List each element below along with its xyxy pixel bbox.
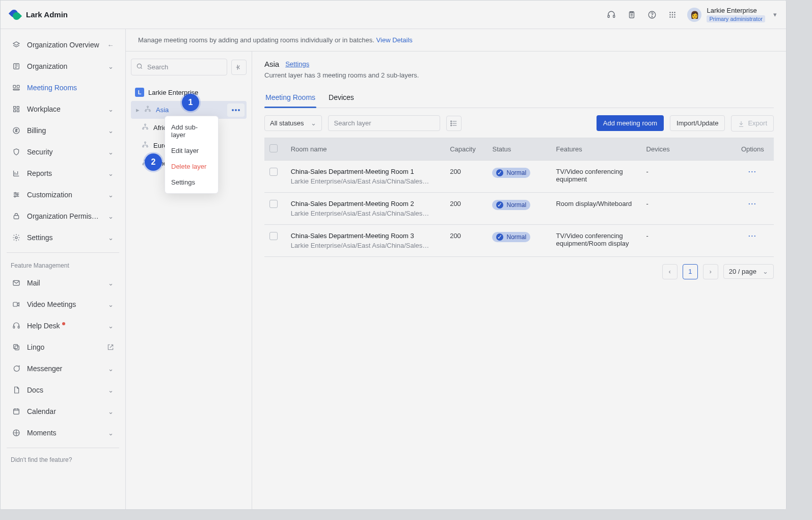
tree-collapse-btn[interactable] <box>231 60 247 75</box>
org-badge: L <box>135 88 144 97</box>
chevron-down-icon: ⌄ <box>106 148 115 156</box>
nav-meeting-rooms[interactable]: Meeting Rooms <box>5 77 121 98</box>
nav-customization[interactable]: Customization ⌄ <box>5 184 121 205</box>
import-update-button[interactable]: Import/Update <box>670 115 725 131</box>
brand-mark <box>10 9 21 20</box>
nav-organization[interactable]: Organization ⌄ <box>5 56 121 77</box>
table-row: China-Sales Department-Meeting Room 2Lar… <box>264 193 774 225</box>
export-button[interactable]: Export <box>731 115 774 132</box>
search-icon <box>136 63 143 71</box>
nav-billing[interactable]: Billing ⌄ <box>5 120 121 141</box>
layer-icon <box>144 105 152 115</box>
list-view-btn[interactable] <box>446 116 462 131</box>
chevron-down-icon: ⌄ <box>106 365 115 373</box>
nav-lingo[interactable]: Lingo <box>5 336 121 358</box>
user-block[interactable]: 👩 Larkie Enterprise Primary administrato… <box>687 7 777 22</box>
row-checkbox[interactable] <box>269 232 278 240</box>
add-room-button[interactable]: Add meeting room <box>597 115 664 131</box>
page-desc: Current layer has 3 meeting rooms and 2 … <box>264 71 774 79</box>
callout-2: 2 <box>145 153 162 171</box>
search-layer-input[interactable]: Search layer <box>328 115 440 131</box>
nav-video-meetings[interactable]: Video Meetings⌄ <box>5 294 121 315</box>
app-frame: Lark Admin 👩 Larkie Enterprise Primary a… <box>0 0 787 510</box>
topbar: Lark Admin 👩 Larkie Enterprise Primary a… <box>1 1 786 29</box>
tab-meeting-rooms[interactable]: Meeting Rooms <box>264 87 316 108</box>
prev-page[interactable]: ‹ <box>662 264 678 279</box>
svg-rect-31 <box>18 326 19 328</box>
row-checkbox[interactable] <box>269 200 278 208</box>
nav-org-overview[interactable]: Organization Overview ← <box>5 34 121 56</box>
next-page[interactable]: › <box>703 264 718 279</box>
nav-help-desk[interactable]: Help Desk⌄ <box>5 315 121 336</box>
rooms-icon <box>11 82 22 93</box>
svg-point-27 <box>15 237 17 239</box>
svg-rect-18 <box>14 107 16 109</box>
row-more-icon[interactable]: ··· <box>748 168 757 175</box>
menu-settings[interactable]: Settings <box>165 174 218 190</box>
rooms-table: Room name Capacity Status Features Devic… <box>264 138 774 257</box>
chart-icon <box>11 168 22 179</box>
nav-reports[interactable]: Reports ⌄ <box>5 163 121 184</box>
help-icon[interactable] <box>646 9 658 20</box>
nav-permissions[interactable]: Organization Permis… ⌄ <box>5 205 121 227</box>
svg-point-13 <box>674 16 675 17</box>
view-details-link[interactable]: View Details <box>376 36 413 44</box>
svg-point-12 <box>672 16 673 17</box>
didnt-find[interactable]: Didn't find the feature? <box>5 452 121 467</box>
nav-moments[interactable]: Moments⌄ <box>5 422 121 444</box>
tree-more-btn[interactable] <box>227 103 245 117</box>
nav-workplace[interactable]: Workplace ⌄ <box>5 98 121 120</box>
chevron-down-icon: ⌄ <box>106 386 115 394</box>
row-more-icon[interactable]: ··· <box>748 200 757 207</box>
chevron-down-icon: ⌄ <box>106 322 115 330</box>
chevron-down-icon: ⌄ <box>106 301 115 308</box>
tree-search-placeholder: Search <box>147 63 168 71</box>
row-checkbox[interactable] <box>269 168 278 176</box>
row-more-icon[interactable]: ··· <box>748 232 757 240</box>
org-icon <box>11 61 22 72</box>
title-settings-link[interactable]: Settings <box>285 60 309 68</box>
menu-edit-layer[interactable]: Edit layer <box>165 143 218 159</box>
svg-point-54 <box>451 125 452 126</box>
page-1[interactable]: 1 <box>683 264 698 279</box>
nav-security[interactable]: Security ⌄ <box>5 141 121 163</box>
svg-rect-19 <box>17 107 19 109</box>
tree-search[interactable]: Search <box>131 59 227 75</box>
tab-devices[interactable]: Devices <box>328 87 355 108</box>
svg-point-23 <box>15 192 16 194</box>
svg-point-43 <box>145 124 146 125</box>
nav-calendar[interactable]: Calendar⌄ <box>5 401 121 422</box>
svg-point-7 <box>674 12 675 13</box>
nav-messenger[interactable]: Messenger⌄ <box>5 358 121 379</box>
video-icon <box>11 299 22 310</box>
svg-rect-30 <box>13 326 15 328</box>
back-arrow-icon: ← <box>106 41 115 49</box>
chevron-down-icon: ⌄ <box>311 119 316 127</box>
status-filter[interactable]: All statuses⌄ <box>264 115 322 131</box>
apps-icon[interactable] <box>667 9 678 20</box>
svg-rect-17 <box>13 89 19 90</box>
status-badge: ✓Normal <box>492 168 530 178</box>
grid-icon <box>11 103 22 115</box>
clipboard-icon[interactable] <box>626 9 637 20</box>
nav-mail[interactable]: Mail⌄ <box>5 272 121 294</box>
menu-add-sublayer[interactable]: Add sub-layer <box>165 119 218 143</box>
svg-rect-16 <box>17 85 19 88</box>
table-row: China-Sales Department-Meeting Room 1Lar… <box>264 161 774 193</box>
layer-icon <box>141 141 149 150</box>
toolbar: All statuses⌄ Search layer Add meeting r… <box>264 115 774 132</box>
context-menu: Add sub-layer Edit layer Delete layer Se… <box>165 116 219 194</box>
page-size-select[interactable]: 20 / page⌄ <box>723 264 774 279</box>
sliders-icon <box>11 189 22 200</box>
chevron-down-icon: ⌄ <box>106 191 115 199</box>
menu-delete-layer[interactable]: Delete layer <box>165 159 218 174</box>
headset-icon[interactable] <box>606 9 617 20</box>
svg-point-5 <box>670 12 671 13</box>
select-all-checkbox[interactable] <box>269 144 278 152</box>
download-icon <box>738 120 745 127</box>
nav-docs[interactable]: Docs⌄ <box>5 379 121 401</box>
doc-icon <box>11 384 22 396</box>
svg-point-4 <box>652 16 653 17</box>
nav-settings[interactable]: Settings ⌄ <box>5 227 121 248</box>
headset-icon <box>11 320 22 331</box>
